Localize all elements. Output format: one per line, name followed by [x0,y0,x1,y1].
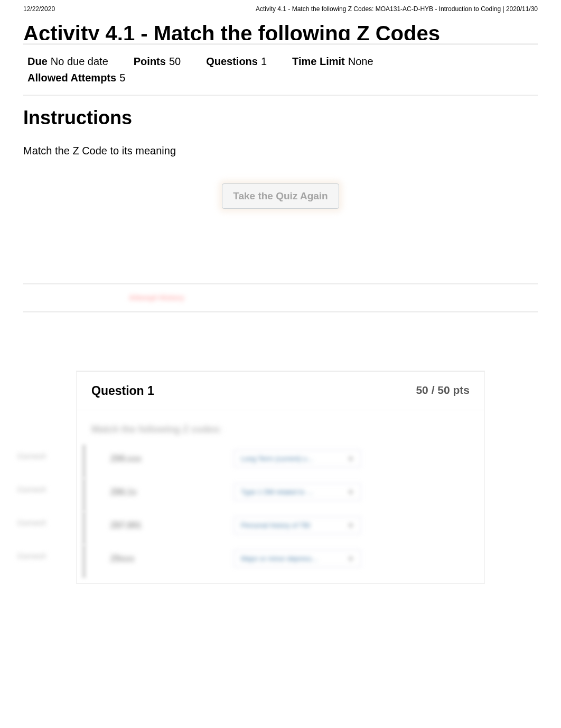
match-code: Z86.1x [91,487,234,497]
chevron-down-icon: ▼ [348,455,354,463]
divider [23,283,538,284]
match-code: Z9xxx [91,554,234,564]
correct-indicator-bar [82,545,86,578]
points-label: Points [134,56,166,68]
question-prompt: Match the following Z codes: [91,424,470,435]
chevron-down-icon: ▼ [348,555,354,563]
match-answer-select[interactable]: Long Term (current) u… ▼ [234,450,361,467]
match-row: Correct! Z86.1x Type 1 DM related to … ▼ [91,483,470,501]
divider [23,95,538,96]
correct-indicator-bar [82,478,86,511]
header-breadcrumb: Activity 4.1 - Match the following Z Cod… [256,5,538,13]
questions-label: Questions [206,56,258,68]
question-card: Question 1 50 / 50 pts Match the followi… [76,371,485,584]
match-list: Correct! Z99.xxx Long Term (current) u… … [91,450,470,567]
instructions-text: Match the Z Code to its meaning [23,145,538,157]
chevron-down-icon: ▼ [348,489,354,496]
time-limit-label: Time Limit [292,56,345,68]
correct-indicator-bar [82,511,86,545]
divider [23,311,538,312]
match-answer-text: Long Term (current) u… [241,455,314,463]
quiz-meta-row2: Allowed Attempts 5 [23,71,538,87]
match-answer-text: Type 1 DM related to … [241,488,313,496]
points-value: 50 [169,56,181,68]
correct-label: Correct! [17,452,46,460]
due-label: Due [27,56,48,68]
attempts-value: 5 [119,72,125,84]
attempts-label: Allowed Attempts [27,72,116,84]
attempt-history-label: Attempt History [129,293,184,302]
question-points: 50 / 50 pts [416,384,470,398]
correct-indicator-bar [82,445,86,478]
due-value: No due date [51,56,108,68]
match-code: Z99.xxx [91,454,234,464]
match-answer-text: Personal history of TBI [241,521,310,529]
time-limit-value: None [348,56,373,68]
question-title: Question 1 [91,384,154,398]
correct-label: Correct! [17,519,46,527]
chevron-down-icon: ▼ [348,522,354,529]
page-title: Activity 4.1 - Match the following Z Cod… [23,18,538,40]
match-answer-select[interactable]: Personal history of TBI ▼ [234,517,361,534]
correct-label: Correct! [17,485,46,494]
instructions-heading: Instructions [23,107,538,129]
match-answer-text: Major or minor depress… [241,555,319,563]
header-date: 12/22/2020 [23,5,55,13]
match-answer-select[interactable]: Major or minor depress… ▼ [234,550,361,567]
take-quiz-again-button[interactable]: Take the Quiz Again [222,183,339,209]
questions-value: 1 [261,56,267,68]
match-row: Correct! Z99.xxx Long Term (current) u… … [91,450,470,467]
correct-label: Correct! [17,552,46,560]
match-row: Correct! Z87.891 Personal history of TBI… [91,517,470,534]
quiz-meta: Due No due date Points 50 Questions 1 Ti… [23,52,538,71]
match-answer-select[interactable]: Type 1 DM related to … ▼ [234,483,361,501]
match-row: Correct! Z9xxx Major or minor depress… ▼ [91,550,470,567]
match-code: Z87.891 [91,521,234,530]
divider [23,43,538,45]
